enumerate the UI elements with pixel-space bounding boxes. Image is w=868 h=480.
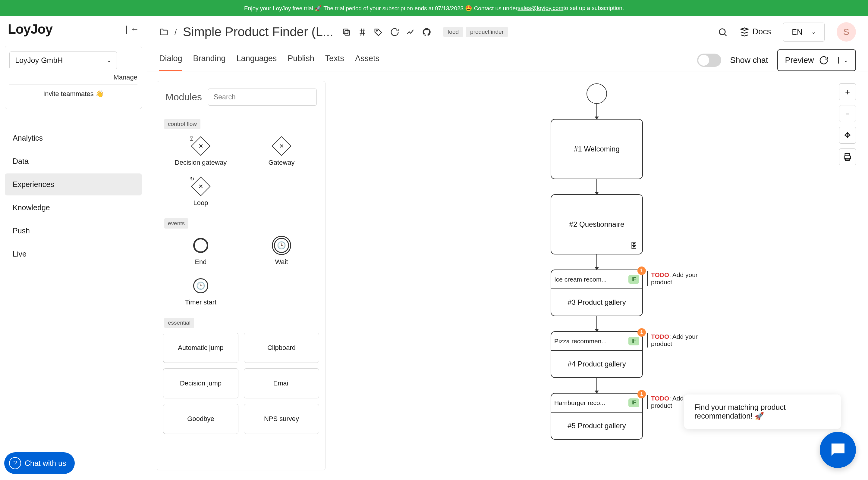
flow-start-node[interactable] (587, 83, 607, 104)
section-control-flow: control flow (164, 119, 200, 129)
chip-food[interactable]: food (443, 27, 463, 37)
github-icon[interactable] (422, 27, 431, 37)
modules-search-input[interactable] (208, 89, 317, 106)
module-loop[interactable]: ↻✕ Loop (163, 174, 239, 209)
module-label: Loop (193, 199, 208, 207)
module-end[interactable]: End (163, 233, 239, 268)
module-email[interactable]: Email (244, 368, 319, 399)
org-select[interactable]: LoyJoy GmbH ⌄ (9, 52, 117, 69)
flow-node-label: #5 Product gallery (551, 413, 642, 439)
module-label: Decision gateway (175, 159, 227, 167)
nav-live[interactable]: Live (5, 243, 142, 265)
banner-sales-link[interactable]: sales@loyjoy.com (518, 5, 563, 11)
hint-bubble: Find your matching product recommendatio… (684, 395, 841, 429)
todo-label: TODO (651, 271, 669, 278)
zoom-in-button[interactable]: ＋ (839, 83, 856, 100)
if-badge: IF (628, 337, 639, 345)
module-label: Wait (275, 258, 288, 266)
fit-view-button[interactable]: ✥ (839, 127, 856, 144)
trial-banner: Enjoy your LoyJoy free trial 🚀 The trial… (0, 0, 868, 16)
preview-label: Preview (785, 56, 814, 65)
nav-data[interactable]: Data (5, 150, 142, 172)
zoom-out-button[interactable]: － (839, 105, 856, 122)
module-wait[interactable]: 🕒 Wait (244, 233, 319, 268)
manage-org-link[interactable]: Manage (9, 73, 137, 81)
show-chat-label: Show chat (730, 56, 768, 65)
search-icon[interactable] (718, 27, 728, 37)
folder-icon[interactable] (159, 27, 168, 37)
help-icon: ? (9, 457, 21, 469)
module-clipboard[interactable]: Clipboard (244, 333, 319, 363)
tag-chips: food productfinder (443, 27, 508, 37)
banner-text-prefix: Enjoy your LoyJoy free trial 🚀 The trial… (244, 5, 518, 12)
module-decision-gateway[interactable]: ⍰✕ Decision gateway (163, 134, 239, 169)
flow-node-product-gallery-3[interactable]: Ice cream recom... IF 1 #3 Product galle… (551, 270, 643, 316)
title-actions (342, 27, 431, 37)
copy-icon[interactable] (342, 27, 351, 37)
tab-branding[interactable]: Branding (193, 50, 226, 71)
module-timer-start[interactable]: 🕒 Timer start (163, 274, 239, 309)
tab-languages[interactable]: Languages (237, 50, 277, 71)
section-essential: essential (164, 318, 194, 328)
flow-node-questionnaire[interactable]: #2 Questionnaire 🗄 (551, 194, 643, 254)
svg-point-3 (719, 29, 725, 35)
module-gateway[interactable]: ✕ Gateway (244, 134, 319, 169)
tag-icon[interactable] (374, 27, 383, 37)
flow-arrow (596, 104, 597, 119)
analytics-icon[interactable] (406, 27, 415, 37)
tab-dialog[interactable]: Dialog (159, 50, 182, 71)
refresh-icon (819, 56, 829, 65)
flow-node-product-gallery-5[interactable]: Hamburger reco... IF 1 #5 Product galler… (551, 393, 643, 440)
todo-note: TODO: Add your product (647, 333, 701, 347)
section-events: events (164, 218, 188, 229)
page-title[interactable]: Simple Product Finder (L... (183, 25, 333, 39)
chat-fab-button[interactable] (820, 432, 856, 468)
language-select[interactable]: EN ⌄ (783, 23, 825, 41)
module-automatic-jump[interactable]: Automatic jump (163, 333, 239, 363)
tab-assets[interactable]: Assets (355, 50, 379, 71)
hash-icon[interactable] (358, 27, 367, 37)
canvas-controls: ＋ － ✥ (839, 83, 856, 165)
tab-publish[interactable]: Publish (287, 50, 314, 71)
modules-panel: Modules control flow ⍰✕ Decision gateway… (157, 81, 326, 470)
module-goodbye[interactable]: Goodbye (163, 404, 239, 434)
flow-node-label: #2 Questionnaire (569, 220, 624, 229)
chat-icon (828, 440, 848, 460)
show-chat-toggle[interactable] (697, 54, 721, 67)
modules-list[interactable]: control flow ⍰✕ Decision gateway ✕ Gatew… (157, 113, 325, 470)
refresh-icon[interactable] (390, 27, 399, 37)
preview-button[interactable]: Preview ⌄ (777, 49, 856, 71)
invite-teammates-link[interactable]: Invite teammates 👋 (9, 84, 137, 103)
flow-arrow (596, 179, 597, 194)
nav-knowledge[interactable]: Knowledge (5, 197, 142, 218)
chevron-down-icon: ⌄ (811, 29, 816, 35)
tab-texts[interactable]: Texts (325, 50, 344, 71)
loop-icon: ↻ (190, 176, 194, 182)
flow-node-label: #3 Product gallery (551, 289, 642, 316)
flow-node-product-gallery-4[interactable]: Pizza recommen... IF 1 #4 Product galler… (551, 331, 643, 378)
user-avatar[interactable]: S (837, 22, 856, 41)
chevron-down-icon[interactable]: ⌄ (838, 57, 848, 64)
warning-badge[interactable]: 1 (638, 390, 646, 399)
nav-experiences[interactable]: Experiences (5, 173, 142, 196)
nav-push[interactable]: Push (5, 220, 142, 242)
warning-badge[interactable]: 1 (638, 267, 646, 275)
print-button[interactable] (839, 148, 856, 165)
module-label: Timer start (185, 299, 216, 306)
chip-productfinder[interactable]: productfinder (466, 27, 508, 37)
module-decision-jump[interactable]: Decision jump (163, 368, 239, 399)
nav-analytics[interactable]: Analytics (5, 127, 142, 149)
todo-label: TODO (651, 395, 669, 402)
sidebar: LoyJoy ｜← LoyJoy GmbH ⌄ Manage Invite te… (0, 16, 147, 480)
module-nps-survey[interactable]: NPS survey (244, 404, 319, 434)
docs-link[interactable]: Docs (740, 27, 771, 37)
collapse-sidebar-icon[interactable]: ｜← (122, 24, 139, 35)
flow-canvas[interactable]: ＋ － ✥ #1 Welcoming #2 Questionnair (326, 71, 868, 480)
warning-badge[interactable]: 1 (638, 328, 646, 337)
flow-node-condition: Ice cream recom... (554, 276, 626, 283)
svg-rect-0 (345, 31, 350, 36)
page-header: / Simple Product Finder (L... food produ… (147, 16, 868, 41)
flow-node-label: #4 Product gallery (551, 351, 642, 377)
flow-node-welcoming[interactable]: #1 Welcoming (551, 119, 643, 179)
chat-with-us-button[interactable]: ? Chat with us (4, 452, 75, 474)
